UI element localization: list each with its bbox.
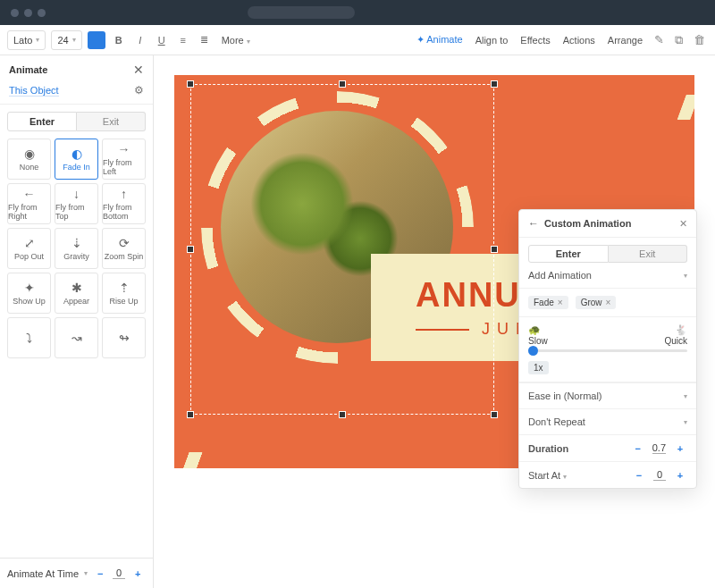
copy-button[interactable]: ⧉ — [672, 33, 686, 47]
increment-button[interactable]: + — [130, 568, 145, 579]
gear-icon[interactable]: ⚙ — [134, 84, 144, 97]
duration-value[interactable]: 0.7 — [652, 442, 666, 454]
anim-gravity[interactable]: ⇣Gravity — [55, 228, 98, 269]
magic-button[interactable]: ✎ — [652, 33, 667, 46]
traffic-light-max[interactable] — [38, 9, 46, 17]
sidebar-title: Animate — [9, 64, 133, 75]
speed-quick-label: Quick — [664, 336, 687, 346]
chevron-down-icon: ▾ — [36, 36, 39, 44]
anim-zoom-spin[interactable]: ⟳Zoom Spin — [102, 228, 146, 269]
effects-link[interactable]: Effects — [517, 35, 553, 46]
anim-rise-up[interactable]: ⇡Rise Up — [102, 273, 146, 314]
resize-handle[interactable] — [491, 80, 498, 88]
slider-thumb[interactable] — [528, 346, 538, 356]
traffic-light-close[interactable] — [11, 9, 19, 17]
add-animation-select[interactable]: Add Animation▾ — [528, 270, 687, 281]
align-to-link[interactable]: Align to — [472, 35, 512, 46]
close-icon[interactable]: ✕ — [679, 218, 687, 230]
arrange-link[interactable]: Arrange — [604, 35, 646, 46]
tab-exit[interactable]: Exit — [77, 112, 146, 131]
remove-chip-icon[interactable]: × — [558, 298, 563, 307]
close-icon[interactable]: ✕ — [133, 63, 144, 77]
anim-fade-in[interactable]: ◐Fade In — [55, 139, 98, 180]
anim-none[interactable]: ◉None — [7, 139, 51, 180]
tab-enter[interactable]: Enter — [7, 112, 77, 131]
resize-handle[interactable] — [491, 246, 498, 253]
time-value[interactable]: 0 — [113, 567, 125, 579]
rabbit-icon: 🐇 — [664, 324, 687, 336]
sidebar-object-link[interactable]: This Object — [9, 85, 59, 97]
remove-chip-icon[interactable]: × — [606, 298, 611, 307]
resize-handle[interactable] — [187, 80, 194, 88]
increment-button[interactable]: + — [673, 470, 687, 481]
easing-select[interactable]: Ease in (Normal)▾ — [519, 382, 696, 408]
resize-handle[interactable] — [491, 411, 498, 418]
misc-icon: ⤵ — [26, 332, 32, 344]
repeat-select[interactable]: Don't Repeat▾ — [519, 408, 696, 434]
font-size-select[interactable]: 24▾ — [51, 30, 81, 50]
anim-extra-3[interactable]: ↬ — [102, 317, 146, 358]
duration-label: Duration — [528, 443, 568, 454]
italic-button[interactable]: I — [132, 35, 148, 46]
arrow-left-icon: ← — [23, 188, 36, 200]
resize-handle[interactable] — [187, 246, 194, 253]
format-toolbar: Lato▾ 24▾ B I U ≡ ≣ More ▾ ✦ Animate Ali… — [0, 25, 715, 55]
misc-icon: ↝ — [72, 332, 82, 344]
anim-show-up[interactable]: ✦Show Up — [7, 273, 51, 314]
cube-icon: ◉ — [24, 147, 35, 160]
speed-multiplier[interactable]: 1x — [528, 361, 549, 374]
start-at-value[interactable]: 0 — [653, 469, 666, 481]
time-label: Animate At Time — [7, 568, 79, 579]
animate-sidebar: Animate ✕ This Object ⚙ Enter Exit ◉None… — [0, 55, 154, 588]
anim-appear[interactable]: ✱Appear — [55, 273, 98, 314]
traffic-light-min[interactable] — [24, 9, 32, 17]
gravity-icon: ⇣ — [72, 237, 82, 249]
font-family-select[interactable]: Lato▾ — [7, 30, 46, 50]
misc-icon: ↬ — [119, 332, 130, 344]
delete-button[interactable]: 🗑 — [691, 33, 708, 46]
anim-fly-right[interactable]: ←Fly from Right — [7, 183, 51, 224]
anim-fly-bottom[interactable]: ↑Fly from Bottom — [102, 183, 146, 224]
list-button[interactable]: ≣ — [197, 34, 213, 46]
animation-chip[interactable]: Fade× — [528, 296, 568, 309]
underline-button[interactable]: U — [154, 35, 170, 46]
anim-extra-2[interactable]: ↝ — [55, 317, 98, 358]
speed-slider[interactable] — [528, 349, 687, 352]
back-icon[interactable]: ← — [528, 217, 539, 230]
decrement-button[interactable]: − — [631, 443, 645, 454]
turtle-icon: 🐢 — [528, 324, 548, 336]
burst-icon: ✱ — [72, 281, 82, 294]
panel-tab-enter[interactable]: Enter — [528, 245, 609, 263]
chevron-down-icon: ▾ — [684, 418, 687, 426]
panel-tab-exit[interactable]: Exit — [609, 245, 688, 263]
actions-link[interactable]: Actions — [559, 35, 599, 46]
text-color-swatch[interactable] — [88, 31, 105, 49]
animation-grid: ◉None ◐Fade In →Fly from Left ←Fly from … — [0, 139, 153, 358]
animation-chip[interactable]: Grow× — [576, 296, 617, 309]
panel-title: Custom Animation — [544, 218, 679, 229]
spin-icon: ⟳ — [119, 237, 130, 249]
arrow-down-icon: ↓ — [73, 188, 80, 200]
increment-button[interactable]: + — [673, 443, 687, 454]
anim-fly-left[interactable]: →Fly from Left — [102, 139, 146, 180]
more-button[interactable]: More ▾ — [218, 35, 254, 46]
speed-slow-label: Slow — [528, 336, 548, 346]
address-bar[interactable] — [248, 6, 355, 19]
resize-handle[interactable] — [339, 411, 346, 418]
decrement-button[interactable]: − — [93, 568, 107, 579]
chevron-down-icon[interactable]: ▾ — [563, 473, 567, 481]
chevron-down-icon: ▾ — [684, 392, 687, 400]
anim-extra-1[interactable]: ⤵ — [7, 317, 51, 358]
selection-box[interactable] — [190, 84, 494, 415]
chevron-down-icon[interactable]: ▾ — [84, 569, 88, 577]
resize-handle[interactable] — [339, 80, 346, 88]
anim-fly-top[interactable]: ↓Fly from Top — [55, 183, 98, 224]
sparkle-icon: ✦ — [24, 281, 35, 294]
resize-handle[interactable] — [187, 411, 194, 418]
anim-pop-out[interactable]: ⤢Pop Out — [7, 228, 51, 269]
align-button[interactable]: ≡ — [175, 35, 191, 46]
animate-link[interactable]: ✦ Animate — [413, 34, 467, 46]
window-titlebar — [0, 0, 715, 25]
bold-button[interactable]: B — [111, 35, 127, 46]
decrement-button[interactable]: − — [632, 470, 646, 481]
